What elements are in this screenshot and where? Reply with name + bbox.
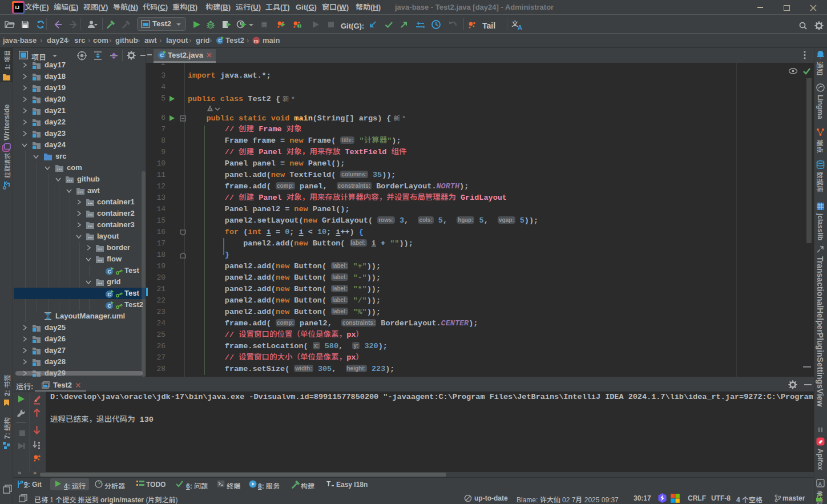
svg-text:A: A xyxy=(818,481,822,487)
svg-text:C: C xyxy=(218,38,221,43)
svg-text:m: m xyxy=(254,38,259,44)
svg-text:A: A xyxy=(518,24,522,30)
svg-text:T: T xyxy=(326,480,331,487)
